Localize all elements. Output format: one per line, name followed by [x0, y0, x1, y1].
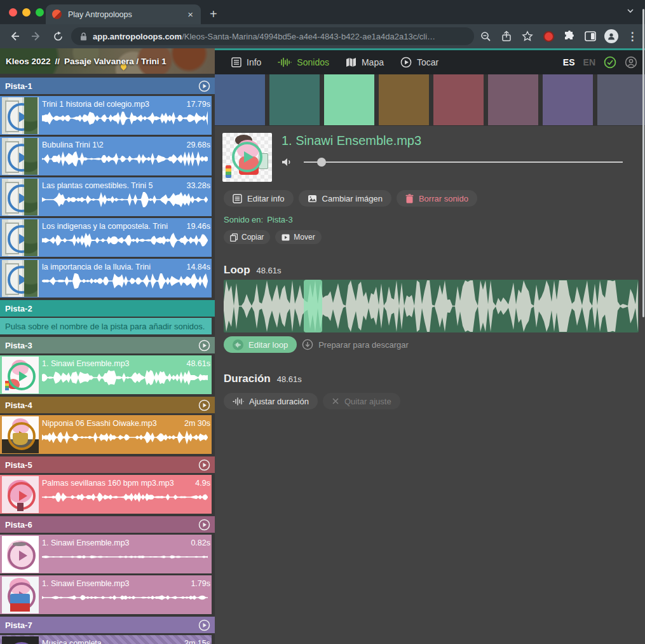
profile-avatar[interactable]: [604, 29, 619, 44]
track-header[interactable]: Pista-4: [0, 397, 215, 413]
clip-play-button[interactable]: [8, 482, 36, 510]
track-header[interactable]: Pista-7: [0, 617, 215, 633]
fullscreen-window-icon[interactable]: [36, 8, 44, 17]
clip-play-button[interactable]: [8, 184, 36, 212]
track-swatch[interactable]: [597, 74, 645, 125]
adjust-duration-button[interactable]: Ajustar duración: [224, 393, 318, 409]
clip-play-button[interactable]: [8, 362, 36, 390]
sound-clip[interactable]: Musica completa 2m 15s: [0, 635, 212, 644]
sound-clip[interactable]: 1. Sinawi Ensemble.mp3 0.82s: [0, 535, 212, 573]
clip-duration: 4.9s: [195, 479, 210, 488]
lang-es[interactable]: ES: [563, 57, 575, 67]
track-swatch[interactable]: [543, 74, 593, 125]
sound-clip[interactable]: Nipponia 06 Esashi Oiwake.mp3 2m 30s: [0, 415, 212, 454]
track-header[interactable]: Pista-6: [0, 516, 215, 533]
macos-window-controls[interactable]: [9, 8, 44, 17]
copy-button[interactable]: Copiar: [224, 230, 270, 244]
browser-toolbar: app.antropoloops.com/Kleos-Santa-Marina/…: [0, 24, 645, 48]
copy-icon: [230, 233, 238, 242]
clip-play-button[interactable]: [8, 266, 36, 294]
track-header[interactable]: Pista-3: [0, 337, 215, 353]
track-play-button[interactable]: [198, 399, 210, 411]
volume-slider-track[interactable]: [304, 161, 623, 163]
sound-clip[interactable]: Los indigenas y la compostela. Trini 19.…: [0, 218, 212, 257]
track-section: Pista-7 Musica completa: [0, 617, 215, 644]
side-panel-icon[interactable]: [583, 29, 598, 44]
new-tab-button[interactable]: +: [210, 5, 217, 23]
clip-play-button[interactable]: [8, 582, 36, 610]
sound-thumbnail[interactable]: [222, 133, 272, 182]
track-header[interactable]: Pista-2: [0, 300, 215, 317]
track-sidebar: Pista-1 Trini 1 historia del colegio.m: [0, 74, 215, 644]
tab-list-chevron-icon[interactable]: [626, 6, 635, 15]
track-play-button[interactable]: [198, 339, 210, 352]
lang-en[interactable]: EN: [583, 57, 595, 67]
clip-play-button[interactable]: [8, 422, 36, 450]
track-link[interactable]: Pista-3: [267, 215, 292, 224]
track-header[interactable]: Pista-5: [0, 456, 215, 473]
address-bar[interactable]: app.antropoloops.com/Kleos-Santa-Marina/…: [71, 27, 474, 45]
play-icon: [19, 234, 27, 244]
edit-loop-button[interactable]: Editar loop: [224, 336, 297, 353]
zoom-icon[interactable]: [478, 29, 493, 44]
play-icon: [19, 431, 27, 441]
track-swatch[interactable]: [215, 74, 265, 125]
back-button[interactable]: [6, 28, 23, 45]
sound-clip[interactable]: Bubulina Trini 1\2 29.68s: [0, 137, 212, 175]
page: { "browser": { "tab_title": "Play Antrop…: [0, 0, 645, 644]
delete-sound-button[interactable]: Borrar sonido: [397, 190, 477, 207]
record-extension-icon[interactable]: [541, 29, 556, 44]
play-icon: [244, 151, 254, 163]
track-play-button[interactable]: [198, 619, 210, 631]
track-section: Pista-6 1. Sinawi Ensemble.mp3: [0, 516, 215, 614]
track-swatch[interactable]: [324, 74, 374, 125]
track-play-button[interactable]: [198, 459, 210, 471]
prepare-download-button[interactable]: Preparar para descargar: [302, 339, 409, 350]
browser-menu-icon[interactable]: ⋮: [625, 29, 640, 44]
bookmark-star-icon[interactable]: [520, 29, 535, 44]
clip-play-button[interactable]: [8, 542, 36, 570]
volume-slider-knob[interactable]: [317, 158, 326, 167]
clip-title: Bubulina Trini 1\2: [42, 140, 181, 149]
minimize-window-icon[interactable]: [22, 8, 31, 17]
close-window-icon[interactable]: [9, 8, 17, 17]
track-header[interactable]: Pista-1: [0, 78, 215, 94]
breadcrumb[interactable]: Kleos 2022 // Pasaje Valvanera / Trini 1: [0, 48, 215, 74]
tab-info[interactable]: Info: [231, 57, 261, 67]
sound-clip[interactable]: la importancia de la lluvia. Trini 14.84…: [0, 259, 212, 298]
tab-close-icon[interactable]: ×: [186, 9, 194, 20]
breadcrumb-project[interactable]: Kleos 2022: [6, 57, 51, 66]
clip-play-button[interactable]: [8, 103, 36, 131]
track-play-button[interactable]: [198, 519, 210, 531]
loop-playhead[interactable]: [304, 280, 322, 332]
sound-clip[interactable]: Las plantas comestibles. Trini 5 33.28s: [0, 177, 212, 216]
forward-button[interactable]: [28, 28, 44, 45]
sound-clip[interactable]: 1. Sinawi Ensemble.mp3 48.61s: [0, 355, 212, 394]
tab-tocar[interactable]: Tocar: [400, 57, 438, 68]
track-swatch[interactable]: [488, 74, 538, 125]
reload-button[interactable]: [50, 28, 66, 45]
extensions-puzzle-icon[interactable]: [562, 29, 577, 44]
track-swatch[interactable]: [433, 74, 484, 125]
sound-clip[interactable]: Trini 1 historia del colegio.mp3 17.79s: [0, 96, 212, 135]
change-image-button[interactable]: Cambiar imágen: [299, 190, 391, 207]
share-icon[interactable]: [499, 29, 514, 44]
browser-tab[interactable]: Play Antropoloops ×: [46, 4, 201, 24]
account-icon[interactable]: [625, 56, 637, 69]
edit-info-button[interactable]: Editar info: [224, 190, 294, 207]
sound-clip[interactable]: Palmas sevillanas 160 bpm mp3.mp3 4.9s: [0, 475, 212, 514]
track-swatch[interactable]: [379, 74, 429, 125]
clip-play-button[interactable]: [8, 225, 36, 253]
track-swatch[interactable]: [269, 74, 320, 125]
adjust-duration-icon: [233, 397, 244, 406]
tab-mapa[interactable]: Mapa: [346, 57, 384, 67]
play-sound-button[interactable]: [232, 142, 262, 172]
loop-waveform[interactable]: [224, 280, 639, 332]
move-button[interactable]: Mover: [275, 230, 321, 244]
track-play-button[interactable]: [198, 80, 210, 92]
sidebar-scrollbar[interactable]: [642, 9, 644, 317]
clip-play-button[interactable]: [8, 144, 36, 172]
tab-sonidos[interactable]: Sonidos: [278, 57, 329, 67]
track-name: Pista-1: [5, 81, 32, 91]
sound-clip[interactable]: 1. Sinawi Ensemble.mp3 1.79s: [0, 575, 212, 614]
